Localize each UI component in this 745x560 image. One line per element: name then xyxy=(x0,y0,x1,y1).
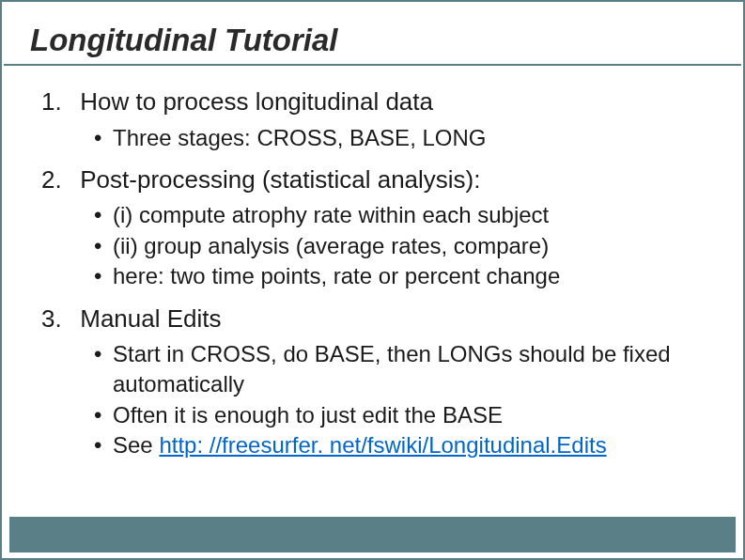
slide-title: Longitudinal Tutorial xyxy=(4,2,741,66)
sub-item: (ii) group analysis (average rates, comp… xyxy=(94,231,715,261)
slide-content: How to process longitudinal data Three s… xyxy=(2,66,743,461)
sub-item: Three stages: CROSS, BASE, LONG xyxy=(94,123,715,153)
list-item-1: How to process longitudinal data Three s… xyxy=(41,86,715,153)
freesurfer-link[interactable]: http: //freesurfer. net/fswiki/Longitudi… xyxy=(159,432,606,458)
list-item-3-heading: Manual Edits xyxy=(80,304,221,333)
sub-list-2: (i) compute atrophy rate within each sub… xyxy=(94,200,715,291)
sub-item-text: Start in CROSS, do BASE, then LONGs shou… xyxy=(113,341,671,397)
sub-item: See http: //freesurfer. net/fswiki/Longi… xyxy=(94,430,715,460)
sub-item: Often it is enough to just edit the BASE xyxy=(94,400,715,430)
list-item-2-heading: Post-processing (statistical analysis): xyxy=(80,165,480,194)
sub-item-text: (ii) group analysis (average rates, comp… xyxy=(113,233,549,258)
slide-container: Longitudinal Tutorial How to process lon… xyxy=(0,0,745,560)
sub-item-text: Often it is enough to just edit the BASE xyxy=(113,402,503,428)
sub-item-prefix: See xyxy=(113,432,159,458)
numbered-list: How to process longitudinal data Three s… xyxy=(41,86,715,461)
list-item-1-heading: How to process longitudinal data xyxy=(80,87,433,116)
sub-item-text: here: two time points, rate or percent c… xyxy=(113,263,560,288)
sub-item: Start in CROSS, do BASE, then LONGs shou… xyxy=(94,339,715,400)
list-item-2: Post-processing (statistical analysis): … xyxy=(41,164,715,292)
list-item-3: Manual Edits Start in CROSS, do BASE, th… xyxy=(41,303,715,461)
sub-item: here: two time points, rate or percent c… xyxy=(94,261,715,291)
sub-item: (i) compute atrophy rate within each sub… xyxy=(94,200,715,230)
footer-bar xyxy=(9,517,736,552)
sub-item-text: (i) compute atrophy rate within each sub… xyxy=(113,202,549,227)
sub-item-text: Three stages: CROSS, BASE, LONG xyxy=(113,125,486,150)
sub-list-1: Three stages: CROSS, BASE, LONG xyxy=(94,123,715,153)
sub-list-3: Start in CROSS, do BASE, then LONGs shou… xyxy=(94,339,715,461)
